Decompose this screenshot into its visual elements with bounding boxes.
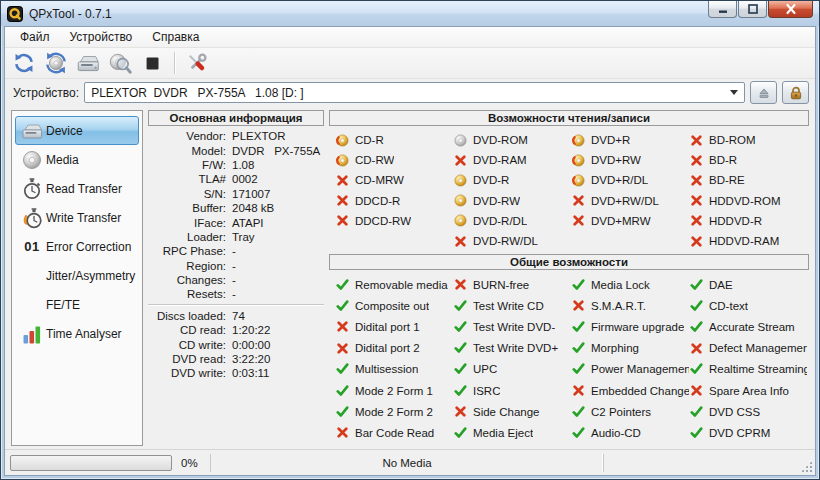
sidebar-item-time-analyser[interactable]: Time Analyser xyxy=(15,319,139,348)
info-value: 1.08 xyxy=(232,159,254,171)
drive-info-button[interactable] xyxy=(73,49,103,77)
scan-media-button[interactable] xyxy=(105,49,135,77)
refresh-media-button[interactable] xyxy=(41,49,71,77)
capability-label: DVD CPRM xyxy=(709,427,770,439)
sidebar-item-read-transfer[interactable]: Read Transfer xyxy=(15,174,139,203)
menu-help[interactable]: Справка xyxy=(143,28,208,46)
sidebar-item-write-transfer[interactable]: Write Transfer xyxy=(15,203,139,232)
menu-device[interactable]: Устройство xyxy=(61,28,142,46)
capability-label: UPC xyxy=(473,363,497,375)
capability-ddcd-r: DDCD-R xyxy=(335,191,453,211)
capability-didital-port-1: Didital port 1 xyxy=(335,316,453,337)
capability-label: Media Eject xyxy=(473,427,533,439)
sidebar-item-label: Time Analyser xyxy=(46,327,122,341)
sidebar-item-device[interactable]: Device xyxy=(15,116,139,145)
info-row-changes: Changes:- xyxy=(148,273,324,287)
cross-icon xyxy=(689,175,704,186)
menu-file[interactable]: Файл xyxy=(11,28,59,46)
eject-button[interactable] xyxy=(750,81,777,104)
check-icon xyxy=(571,342,586,354)
drive-icon xyxy=(18,119,46,143)
info-label: Buffer: xyxy=(148,202,226,214)
device-stats-rows: Discs loaded:74CD read:1:20:22CD write:0… xyxy=(148,309,324,381)
capability-label: ISRC xyxy=(473,385,500,397)
progress-percent: 0% xyxy=(181,457,198,469)
info-label: Model: xyxy=(148,145,226,157)
capability-spare-area-info: Spare Area Info xyxy=(689,380,807,401)
no-icon xyxy=(18,293,46,317)
close-button[interactable] xyxy=(768,1,813,18)
check-icon xyxy=(453,427,468,439)
sidebar-item-error-correction[interactable]: 01Error Correction xyxy=(15,232,139,261)
info-row-buffer: Buffer:2048 kB xyxy=(148,201,324,215)
device-select[interactable]: PLEXTOR DVDR PX-755A 1.08 [D: ] xyxy=(84,82,745,103)
qpxtool-window: QPxTool - 0.7.1 Файл Устройство Справка xyxy=(0,0,820,480)
capability-dvd-ram: DVD-RAM xyxy=(453,150,571,170)
cross-icon xyxy=(453,279,468,290)
maximize-button[interactable] xyxy=(738,1,767,18)
check-icon xyxy=(571,427,586,439)
capability-dvd-r: DVD-R xyxy=(453,170,571,190)
cross-icon xyxy=(453,406,468,417)
info-row-tla: TLA#0002 xyxy=(148,172,324,186)
capability-label: DVD-RW/DL xyxy=(473,235,538,247)
check-icon xyxy=(335,363,350,375)
check-icon xyxy=(689,427,704,439)
preferences-button[interactable] xyxy=(182,49,212,77)
capabilities-panel: Возможности чтения/записи CD-RCD-RWCD-MR… xyxy=(329,110,809,446)
drive-info-icon xyxy=(75,50,101,76)
read-write-caps-grid: CD-RCD-RWCD-MRWDDCD-RDDCD-RWDVD-ROMDVD-R… xyxy=(329,126,809,254)
capability-cd-text: CD-text xyxy=(689,295,807,316)
capability-label: Test Write DVD- xyxy=(473,321,555,333)
sidebar-item-label: Jitter/Asymmetry xyxy=(46,269,135,283)
info-value: 2048 kB xyxy=(232,202,274,214)
sidebar-item-jitter-asymmetry[interactable]: Jitter/Asymmetry xyxy=(15,261,139,290)
cross-icon xyxy=(689,385,704,396)
close-icon xyxy=(784,3,798,15)
no-icon xyxy=(18,264,46,288)
capability-audio-cd: Audio-CD xyxy=(571,422,689,443)
capability-column: CD-RCD-RWCD-MRWDDCD-RDDCD-RW xyxy=(335,130,453,254)
sidebar-item-media[interactable]: Media xyxy=(15,145,139,174)
info-row-dvd-read: DVD read:3:22:20 xyxy=(148,352,324,366)
minimize-icon xyxy=(716,3,730,15)
info-row-s-n: S/N:171007 xyxy=(148,187,324,201)
capability-label: DVD+RW/DL xyxy=(591,195,659,207)
capability-dvd-cprm: DVD CPRM xyxy=(689,422,807,443)
check-icon xyxy=(335,385,350,397)
info-row-cd-write: CD write:0:00:00 xyxy=(148,337,324,351)
barchart-icon xyxy=(18,322,46,346)
capability-column: DVD+RDVD+RWDVD+R/DLDVD+RW/DLDVD+MRW xyxy=(571,130,689,254)
capability-test-write-cd: Test Write CD xyxy=(453,295,571,316)
writable-disc-flame-icon xyxy=(571,134,586,147)
capability-hddvd-ram: HDDVD-RAM xyxy=(689,231,807,251)
resize-grip[interactable] xyxy=(800,460,813,473)
info-value: 171007 xyxy=(232,188,270,200)
check-icon xyxy=(571,363,586,375)
lock-media-button[interactable] xyxy=(782,81,809,104)
capability-bd-rom: BD-ROM xyxy=(689,130,807,150)
sidebar-item-fe-te[interactable]: FE/TE xyxy=(15,290,139,319)
capability-bar-code-read: Bar Code Read xyxy=(335,422,453,443)
check-icon xyxy=(335,300,350,312)
title-bar[interactable]: QPxTool - 0.7.1 xyxy=(1,1,819,26)
capability-label: Didital port 2 xyxy=(355,342,420,354)
qpxtool-app-icon xyxy=(7,6,23,22)
disc-icon xyxy=(18,148,46,172)
refresh-devices-button[interactable] xyxy=(9,49,39,77)
capability-removable-media: Removable media xyxy=(335,274,453,295)
writable-disc-icon xyxy=(453,214,468,227)
minimize-button[interactable] xyxy=(708,1,737,18)
chevron-down-icon xyxy=(730,90,738,95)
stop-button[interactable] xyxy=(137,49,167,77)
check-icon xyxy=(571,321,586,333)
capability-label: DVD+R xyxy=(591,134,630,146)
info-value: PLEXTOR xyxy=(232,130,285,142)
status-bar: 0% No Media xyxy=(5,449,815,475)
main-area: DeviceMediaRead TransferWrite Transfer01… xyxy=(5,106,815,449)
capability-label: BD-RE xyxy=(709,174,745,186)
capability-label: DVD-R/DL xyxy=(473,215,527,227)
check-icon xyxy=(453,300,468,312)
capability-embedded-changer: Embedded Changer xyxy=(571,380,689,401)
cross-icon xyxy=(335,427,350,438)
